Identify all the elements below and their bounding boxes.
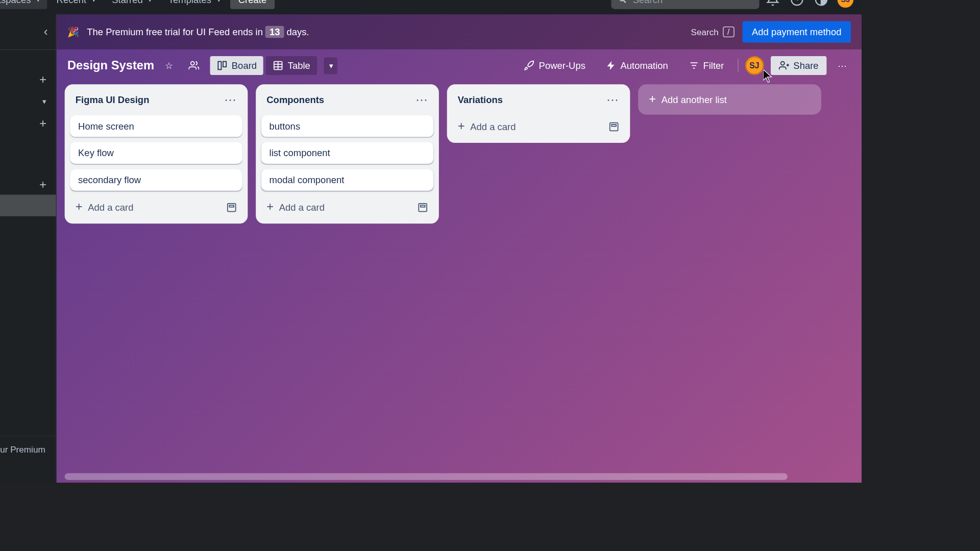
templates-menu[interactable]: Templates — [162, 0, 228, 9]
card[interactable]: buttons — [261, 115, 434, 137]
create-button[interactable]: Create — [230, 0, 275, 9]
sidebar-item-members[interactable]: Members + — [0, 69, 56, 91]
visibility-button[interactable] — [184, 56, 203, 75]
horizontal-scrollbar[interactable] — [65, 473, 788, 480]
party-icon: 🎉 — [67, 27, 79, 37]
template-icon[interactable] — [608, 121, 619, 132]
share-icon — [778, 60, 789, 71]
board-menu-button[interactable]: ⋯ — [834, 56, 851, 75]
view-table-button[interactable]: Table — [266, 56, 317, 75]
card[interactable]: modal component — [261, 169, 434, 191]
sidebar-views-header: Workspace views + — [0, 110, 56, 133]
trial-info: 13 days remaining in your Premium free t… — [0, 436, 56, 483]
workspaces-menu[interactable]: Workspaces — [0, 0, 47, 9]
add-member-icon[interactable]: + — [39, 73, 46, 87]
card[interactable]: list component — [261, 142, 434, 164]
svg-rect-20 — [223, 62, 226, 67]
rocket-icon — [524, 60, 535, 71]
plus-icon: + — [649, 92, 656, 107]
add-payment-button[interactable]: Add payment method — [742, 21, 850, 42]
sidebar-your-boards-header: Your boards + — [0, 171, 56, 194]
list-menu-button[interactable]: ⋯ — [415, 92, 428, 107]
search-hint: Search / — [691, 27, 734, 37]
add-card-button[interactable]: +Add a card — [452, 115, 625, 138]
svg-point-28 — [780, 62, 784, 65]
add-card-button[interactable]: +Add a card — [261, 196, 434, 218]
sidebar-item-boards[interactable]: Boards — [0, 50, 56, 69]
card[interactable]: Home screen — [70, 115, 242, 137]
list: Variations⋯+Add a card — [447, 84, 630, 143]
sidebar-board-item[interactable]: Website Redesign — [0, 216, 56, 238]
svg-rect-34 — [421, 205, 425, 207]
share-button[interactable]: Share — [771, 56, 827, 75]
list-title[interactable]: Variations — [458, 94, 503, 105]
theme-button[interactable] — [811, 0, 832, 10]
sidebar: U UI Feed Premium ‹ Boards Members + Wor… — [0, 14, 57, 483]
list-title[interactable]: Components — [266, 94, 324, 105]
add-board-icon[interactable]: + — [39, 178, 46, 192]
card[interactable]: Key flow — [70, 142, 242, 164]
svg-rect-33 — [419, 203, 427, 211]
trello-header: Trello Workspaces Recent Starred Templat… — [0, 0, 862, 14]
sidebar-board-item[interactable]: Design System — [0, 195, 56, 216]
sidebar-view-table[interactable]: Table — [0, 134, 56, 153]
list-menu-button[interactable]: ⋯ — [224, 92, 237, 107]
sidebar-view-calendar[interactable]: Calendar — [0, 153, 56, 171]
chevron-down-icon — [41, 95, 47, 106]
add-view-icon[interactable]: + — [39, 117, 46, 131]
svg-rect-32 — [229, 205, 234, 207]
lists-container: Figma UI Design⋯Home screenKey flowsecon… — [57, 82, 862, 483]
plus-icon: + — [76, 200, 83, 214]
board-header: Design System ☆ Board Table Power-Ups — [57, 49, 862, 82]
svg-rect-31 — [228, 203, 236, 211]
filter-button[interactable]: Filter — [681, 56, 730, 75]
plus-icon: + — [458, 119, 465, 134]
view-board-button[interactable]: Board — [210, 56, 264, 75]
header-search-input[interactable]: 🔍︎ Search — [611, 0, 759, 9]
list: Components⋯buttonslist componentmodal co… — [256, 84, 439, 223]
svg-rect-19 — [218, 62, 221, 70]
automation-button[interactable]: Automation — [599, 56, 675, 75]
list-menu-button[interactable]: ⋯ — [606, 92, 619, 107]
template-icon[interactable] — [226, 202, 237, 212]
powerups-button[interactable]: Power-Ups — [517, 56, 592, 75]
help-button[interactable] — [786, 0, 807, 10]
trial-days: 13 — [265, 26, 284, 38]
trial-banner: 🎉 The Premium free trial for UI Feed end… — [57, 14, 862, 49]
table-view-icon — [273, 60, 284, 71]
view-options-button[interactable] — [324, 57, 337, 74]
add-list-button[interactable]: +Add another list — [638, 84, 821, 114]
search-icon: 🔍︎ — [618, 0, 627, 5]
recent-menu[interactable]: Recent — [50, 0, 102, 9]
svg-rect-36 — [611, 124, 616, 126]
sidebar-item-settings[interactable]: Workspace settings — [0, 91, 56, 110]
board-member[interactable]: SJ — [745, 56, 764, 75]
plus-icon: + — [266, 200, 274, 214]
card[interactable]: secondary flow — [70, 169, 242, 191]
notifications-button[interactable] — [762, 0, 783, 10]
board-area: 🎉 The Premium free trial for UI Feed end… — [57, 14, 862, 483]
account-button[interactable]: SJ — [835, 0, 856, 10]
starred-menu[interactable]: Starred — [105, 0, 159, 9]
list-title[interactable]: Figma UI Design — [76, 94, 150, 105]
add-card-button[interactable]: +Add a card — [70, 196, 242, 218]
star-board-button[interactable]: ☆ — [161, 56, 178, 75]
workspace-header[interactable]: U UI Feed Premium ‹ — [0, 14, 56, 50]
template-icon[interactable] — [418, 202, 428, 212]
collapse-sidebar-icon[interactable]: ‹ — [44, 25, 48, 39]
filter-icon — [688, 60, 699, 71]
avatar: SJ — [838, 0, 854, 8]
board-title[interactable]: Design System — [67, 59, 154, 73]
svg-point-18 — [191, 62, 194, 65]
search-key-badge: / — [723, 27, 734, 37]
bolt-icon — [605, 60, 616, 71]
board-view-icon — [217, 60, 228, 71]
list: Figma UI Design⋯Home screenKey flowsecon… — [65, 84, 248, 223]
